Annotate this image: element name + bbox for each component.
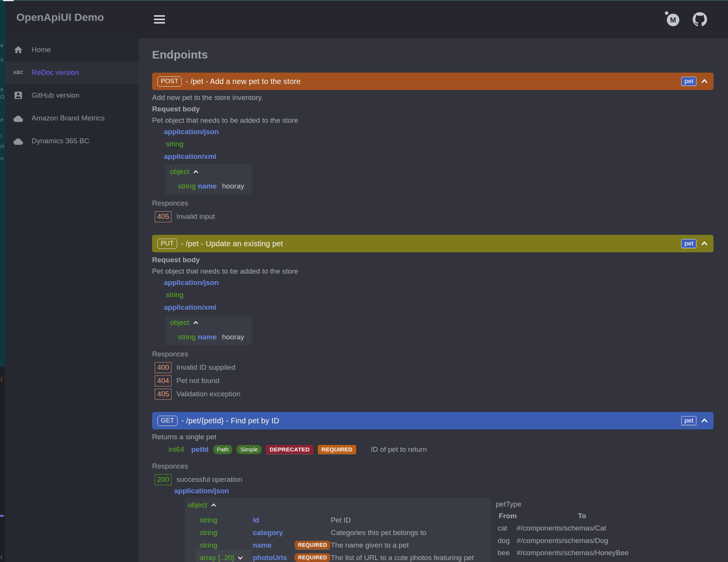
status-text: Invalid ID supplied: [176, 363, 235, 372]
responses-heading: Responces: [152, 348, 714, 360]
sidebar-item-label: Dynamics 365 BC: [32, 137, 89, 145]
sidebar-item-redoc-version[interactable]: ABC ReDoc version: [5, 61, 139, 84]
schema-object-box: object string id Pet ID string category: [185, 498, 491, 562]
tag-badge-pet[interactable]: pet: [681, 239, 696, 248]
sidebar-item-github-version[interactable]: GitHub version: [5, 84, 139, 107]
parameter-description: ID of pet to return: [371, 445, 427, 454]
responses-heading: Responces: [152, 461, 714, 472]
background-editor-edge: ( i: [0, 367, 5, 562]
edge-fragment: [0, 515, 4, 517]
m-logo-circle: M: [667, 14, 679, 26]
collapse-object-icon[interactable]: [192, 169, 199, 175]
required-badge: REQUIRED: [295, 553, 330, 562]
property-example: hooray: [222, 182, 244, 190]
status-code-badge: 404: [155, 375, 171, 386]
schema-row-description: The name given to a pet: [331, 541, 486, 549]
badge-required: REQUIRED: [318, 445, 357, 454]
parameter-name: petId: [191, 445, 208, 454]
schema-row-description: Pet ID: [331, 516, 486, 524]
status-text: Validation exception: [176, 390, 241, 398]
method-chip-get: GET: [157, 416, 178, 426]
responses-heading: Responces: [152, 198, 714, 209]
discriminator-row-cat: cat #/components/schemas/Cat: [496, 522, 709, 535]
media-type-json: application/json: [152, 277, 714, 288]
collapse-object-icon[interactable]: [192, 320, 199, 326]
method-chip-put: PUT: [157, 239, 177, 249]
response-row: 405 Invalid input: [152, 211, 714, 222]
schema-row-description: Categories this pet belongs to: [331, 529, 486, 537]
background-window-edge: e o e O e \ H n ( i: [0, 0, 5, 562]
chevron-up-icon[interactable]: [700, 239, 709, 248]
sidebar-item-label: Home: [32, 46, 51, 54]
tag-badge-pet[interactable]: pet: [681, 77, 696, 86]
endpoint-header-get[interactable]: GET - /pet/{petId} - Find pet by ID pet: [152, 412, 714, 429]
sidebar-item-home[interactable]: Home: [5, 38, 139, 61]
schema-type: object: [170, 318, 189, 327]
schema-type: object: [188, 501, 207, 509]
status-text: Invalid input: [176, 212, 215, 221]
m-logo-icon[interactable]: M: [664, 11, 680, 27]
discriminator-row-dog: dog #/components/schemas/Dog: [496, 535, 709, 547]
endpoint-post-pet: POST - /pet - Add a new pet to the store…: [152, 73, 714, 222]
app-title: OpenApiUI Demo: [16, 11, 104, 24]
request-body-description: Pet object that needs to be added to the…: [152, 266, 714, 277]
response-row: 200 successful operation: [152, 474, 714, 485]
endpoint-put-pet: PUT - /pet - Update an existing pet pet …: [152, 235, 714, 400]
method-chip-post: POST: [157, 76, 182, 87]
discriminator-col-from: From: [499, 510, 578, 522]
status-text: successful operation: [176, 475, 242, 484]
schema-object-box: object stringnamehooray: [165, 165, 252, 194]
schema-object-box: object stringnamehooray: [165, 315, 252, 345]
collapse-object-icon[interactable]: [210, 502, 217, 508]
menu-icon[interactable]: [154, 15, 165, 24]
chevron-up-icon[interactable]: [700, 416, 709, 425]
media-type-xml: application/xml: [152, 301, 714, 313]
status-code-badge: 405: [155, 389, 171, 400]
endpoint-description: Add new pet to the store inventory.: [152, 92, 714, 103]
schema-row-id: string id Pet ID: [188, 514, 486, 526]
endpoint-header-post[interactable]: POST - /pet - Add a new pet to the store…: [152, 73, 714, 90]
media-json-type: string: [152, 288, 714, 301]
property-name: name: [198, 182, 217, 190]
tag-badge-pet[interactable]: pet: [681, 416, 696, 425]
response-row: 400 Invalid ID supplied: [152, 362, 714, 373]
github-icon[interactable]: [693, 12, 707, 27]
endpoint-get-pet-by-id: GET - /pet/{petId} - Find pet by ID pet …: [152, 412, 714, 562]
endpoint-title: - /pet - Add a new pet to the store: [186, 77, 301, 86]
response-row: 404 Pet not found: [152, 375, 714, 386]
window-top-tick: [3, 0, 14, 1]
property-example: hooray: [222, 333, 244, 341]
request-body-heading: Request body: [152, 254, 714, 266]
endpoint-title: - /pet/{petId} - Find pet by ID: [181, 416, 279, 425]
top-bar: OpenApiUI Demo M: [5, 0, 728, 38]
request-body-heading: Request body: [152, 103, 714, 115]
sidebar-item-dynamics-365-bc[interactable]: Dynamics 365 BC: [5, 130, 139, 152]
badge-path: Path: [213, 445, 233, 454]
home-icon: [13, 44, 24, 55]
discriminator-col-to: To: [578, 510, 709, 522]
discriminator-title: petType: [496, 499, 709, 510]
account-box-icon: [13, 90, 24, 101]
response-row: 405 Validation exception: [152, 388, 714, 400]
media-type-xml: application/xml: [152, 150, 714, 163]
media-type-json: application/json: [152, 126, 714, 138]
sidebar-item-amazon-brand-metrics[interactable]: Amazon Brand Metrics: [5, 107, 139, 130]
request-body-description: Pet object that needs to be added to the…: [152, 115, 714, 126]
property-type: string: [178, 333, 195, 341]
chevron-up-icon[interactable]: [700, 77, 709, 86]
discriminator-row-bee: bee #/components/schemas/HoneyBee: [496, 547, 709, 559]
endpoint-header-put[interactable]: PUT - /pet - Update an existing pet pet: [152, 235, 714, 252]
expand-array-icon[interactable]: [237, 555, 244, 561]
status-code-badge: 200: [155, 474, 171, 485]
sidebar-item-label: GitHub version: [32, 91, 79, 100]
m-logo-dot: [665, 11, 668, 15]
window-top-border: [0, 0, 728, 1]
media-type-json: application/json: [152, 485, 714, 497]
status-code-badge: 405: [155, 211, 171, 222]
cloud-icon: [13, 135, 24, 147]
endpoint-summary: Returns a single pet: [152, 431, 714, 443]
page-title: Endpoints: [152, 48, 714, 61]
schema-row-description: The list of URL to a cute photos featuri…: [331, 554, 486, 562]
response-schema-area: object string id Pet ID string category: [152, 498, 714, 562]
endpoint-title: - /pet - Update an existing pet: [181, 239, 283, 248]
